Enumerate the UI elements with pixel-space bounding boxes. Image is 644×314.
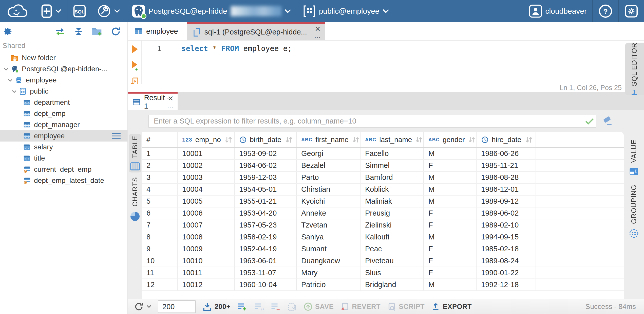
row-index-cell[interactable]: 7 (142, 219, 177, 231)
data-cell[interactable]: M (424, 279, 476, 291)
execute-query-button[interactable] (130, 44, 139, 54)
data-cell[interactable]: 1986-12-01 (476, 183, 536, 195)
tree-item-dept-emp[interactable]: dept_emp (0, 108, 127, 119)
collapse-all-icon[interactable] (74, 27, 83, 36)
data-cell[interactable]: 10012 (177, 279, 234, 291)
close-icon[interactable]: ✕ (315, 26, 320, 33)
tab-menu-icon[interactable]: … (167, 103, 174, 109)
column-header-index[interactable]: # (142, 132, 177, 148)
data-cell[interactable]: Peac (360, 243, 424, 255)
link-with-editor-icon[interactable] (54, 27, 66, 36)
open-sql-editor-button[interactable]: SQL (67, 0, 92, 22)
data-cell[interactable]: Duangkaew (296, 255, 360, 267)
clear-filter-button[interactable] (601, 116, 613, 126)
data-cell[interactable]: 1989-02-10 (476, 219, 536, 231)
data-cell[interactable]: Maliniak (360, 195, 424, 207)
data-cell[interactable]: Mary (296, 267, 360, 279)
execute-query-new-tab-button[interactable] (130, 60, 139, 71)
column-header-first_name[interactable]: ABCfirst_name (296, 132, 360, 148)
tab-sql-1[interactable]: sql-1 (PostgreSQL@ep-hidde... ✕ … (187, 22, 325, 40)
sidebar-settings-gear-icon[interactable] (3, 27, 13, 36)
data-cell[interactable]: Bridgland (360, 279, 424, 291)
tree-item-public[interactable]: public (0, 86, 127, 97)
data-cell[interactable]: Sumant (296, 243, 360, 255)
data-cell[interactable]: F (424, 219, 476, 231)
edit-metadata-button[interactable] (287, 302, 297, 311)
data-cell[interactable]: M (424, 195, 476, 207)
row-index-cell[interactable]: 1 (142, 148, 177, 160)
row-index-cell[interactable]: 9 (142, 243, 177, 255)
data-cell[interactable]: 1994-09-15 (476, 231, 536, 243)
data-cell[interactable]: Kyoichi (296, 195, 360, 207)
data-cell[interactable]: M (424, 183, 476, 195)
schema-selector[interactable]: public@employee (297, 0, 395, 22)
row-index-cell[interactable]: 10 (142, 255, 177, 267)
data-cell[interactable]: 1986-08-28 (476, 171, 536, 183)
close-icon[interactable]: ✕ (168, 95, 174, 102)
data-cell[interactable]: Bezalel (296, 160, 360, 171)
data-cell[interactable]: 1958-02-19 (234, 231, 296, 243)
cloudbeaver-logo[interactable] (0, 0, 35, 22)
data-cell[interactable]: 1960-10-04 (234, 279, 296, 291)
fetch-more-button[interactable]: 200+ (202, 302, 231, 311)
data-cell[interactable]: M (424, 231, 476, 243)
data-cell[interactable]: 1989-06-02 (476, 207, 536, 219)
data-cell[interactable]: Saniya (296, 231, 360, 243)
data-cell[interactable]: Sluis (360, 267, 424, 279)
help-button[interactable]: ? (593, 0, 618, 22)
data-cell[interactable]: 1952-04-19 (234, 243, 296, 255)
data-cell[interactable]: Preusig (360, 207, 424, 219)
data-cell[interactable]: Piveteau (360, 255, 424, 267)
data-cell[interactable]: Chirstian (296, 183, 360, 195)
data-cell[interactable]: 1953-04-20 (234, 207, 296, 219)
row-index-cell[interactable]: 8 (142, 231, 177, 243)
data-cell[interactable]: Anneke (296, 207, 360, 219)
data-cell[interactable]: M (424, 171, 476, 183)
data-cell[interactable]: 1953-11-07 (234, 267, 296, 279)
tree-item-salary[interactable]: salary (0, 142, 127, 153)
data-cell[interactable]: 1989-09-12 (476, 195, 536, 207)
data-cell[interactable]: 10004 (177, 183, 234, 195)
tree-item-dept-emp-latest-date[interactable]: dept_emp_latest_date (0, 175, 127, 186)
script-button[interactable]: SCRIPT (387, 302, 425, 311)
expand-chevron-icon[interactable] (2, 66, 11, 72)
data-cell[interactable]: Parto (296, 171, 360, 183)
row-index-cell[interactable]: 4 (142, 183, 177, 195)
filter-input[interactable] (148, 115, 583, 128)
tab-menu-icon[interactable]: … (314, 32, 321, 39)
data-cell[interactable]: 10005 (177, 195, 234, 207)
data-cell[interactable]: Koblick (360, 183, 424, 195)
export-button[interactable]: EXPORT (431, 302, 472, 311)
tab-grouping-panel[interactable]: GROUPING (629, 185, 639, 238)
tree-item-postgresql-ep-hidden[interactable]: PostgreSQL@ep-hidden-... (0, 63, 127, 75)
data-cell[interactable]: 1954-05-01 (234, 183, 296, 195)
tree-item-employee[interactable]: employee (0, 130, 127, 142)
expand-chevron-icon[interactable] (6, 77, 15, 83)
data-cell[interactable]: Patricio (296, 279, 360, 291)
tree-item-employee[interactable]: employee (0, 75, 127, 86)
revert-button[interactable]: REVERT (340, 302, 381, 311)
column-header-last_name[interactable]: ABClast_name (360, 132, 424, 148)
tab-employee[interactable]: employee (128, 22, 184, 40)
column-header-gender[interactable]: ABCgender (424, 132, 476, 148)
data-cell[interactable]: F (424, 243, 476, 255)
data-cell[interactable]: 1986-06-26 (476, 148, 536, 160)
refresh-results-button[interactable] (134, 302, 151, 312)
data-cell[interactable]: F (424, 267, 476, 279)
data-cell[interactable]: Bamford (360, 171, 424, 183)
data-cell[interactable]: 1963-06-01 (234, 255, 296, 267)
data-cell[interactable]: 10003 (177, 171, 234, 183)
driver-manager-button[interactable] (92, 0, 126, 22)
tab-value-panel[interactable]: VALUE (629, 139, 638, 176)
data-cell[interactable]: F (424, 207, 476, 219)
user-menu[interactable]: cloudbeaver (523, 0, 592, 22)
data-cell[interactable]: Simmel (360, 160, 424, 171)
tree-item-dept-manager[interactable]: dept_manager (0, 119, 127, 130)
data-cell[interactable]: 10008 (177, 231, 234, 243)
tree-item-current-dept-emp[interactable]: current_dept_emp (0, 164, 127, 175)
data-cell[interactable]: Georgi (296, 148, 360, 160)
row-index-cell[interactable]: 12 (142, 279, 177, 291)
data-cell[interactable]: 10002 (177, 160, 234, 171)
column-header-emp_no[interactable]: 123emp_no (177, 132, 234, 148)
data-cell[interactable]: 10009 (177, 243, 234, 255)
